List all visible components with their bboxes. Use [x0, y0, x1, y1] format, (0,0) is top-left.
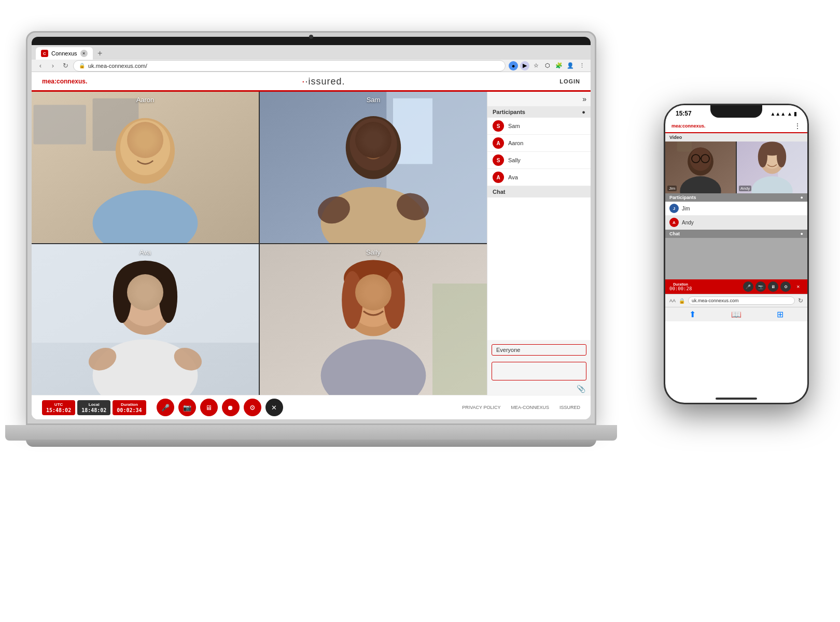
new-tab-button[interactable]: + — [95, 48, 105, 59]
screen-share-icon: 🖥 — [205, 404, 212, 412]
webapp-header: mea:connexus. ··issured. LOGIN — [32, 72, 591, 92]
phone-andy-label: Andy — [739, 186, 751, 191]
footer-issured[interactable]: ISSURED — [559, 405, 580, 410]
end-call-button[interactable]: ✕ — [265, 399, 283, 416]
phone-share-icon[interactable]: ⬆ — [689, 309, 696, 319]
login-button[interactable]: LOGIN — [559, 78, 580, 84]
phone-address-bar[interactable]: uk.mea-connexus.com — [688, 296, 795, 305]
mea-connexus-logo: mea:connexus. — [42, 78, 87, 85]
phone-screen-button[interactable]: 🖥 — [768, 281, 778, 292]
phone-chat-area — [665, 238, 807, 279]
browser-tab-connexus[interactable]: C Connexus × — [36, 47, 93, 60]
video-tile-aaron: Aaron — [32, 92, 259, 243]
svg-point-36 — [384, 271, 405, 329]
settings-button[interactable]: ⚙ — [244, 399, 261, 416]
mic-button[interactable]: 🎤 — [157, 399, 174, 416]
phone-menu-icon[interactable]: ⋮ — [794, 122, 801, 130]
phone-avatar-jim: J — [669, 204, 679, 213]
svg-point-4 — [120, 120, 170, 175]
browser-icons: ● ▶ ☆ ⬡ 🧩 👤 ⋮ — [509, 61, 586, 70]
participants-collapse-icon[interactable]: ● — [582, 109, 585, 115]
chat-attach-button[interactable]: 📎 — [487, 383, 591, 395]
profile-icon: 👤 — [566, 61, 575, 70]
phone-home-bar — [716, 398, 757, 400]
phone-video-tile-andy: Andy — [737, 142, 807, 193]
participant-avatar-sally: S — [493, 154, 504, 166]
refresh-button[interactable]: ↻ — [61, 61, 70, 70]
svg-rect-46 — [677, 142, 692, 151]
forward-button[interactable]: › — [48, 61, 58, 70]
chat-input-field[interactable] — [492, 362, 586, 380]
phone-participants-collapse[interactable]: ● — [801, 195, 803, 200]
address-bar[interactable]: 🔒 uk.mea-connexus.com/ — [73, 60, 506, 72]
phone-logo: mea:connexus. — [671, 123, 706, 129]
local-badge: Local 18:48:02 — [77, 400, 110, 415]
phone-time: 15:57 — [676, 110, 692, 117]
phone-tabs-icon[interactable]: ⊞ — [777, 309, 783, 319]
utc-label: UTC — [46, 402, 71, 407]
browser-chrome: C Connexus × + ‹ › ↻ 🔒 — [32, 45, 591, 72]
phone-bookmarks-icon[interactable]: 📖 — [731, 309, 741, 319]
svg-point-56 — [758, 146, 767, 167]
phone: 15:57 ▲▲▲ ▲ ▮ mea:connexus. ⋮ Video — [664, 104, 809, 404]
chat-to-field[interactable]: Everyone — [492, 344, 586, 356]
screen-share-button[interactable]: 🖥 — [200, 399, 218, 416]
laptop-screen: C Connexus × + ‹ › ↻ 🔒 — [32, 45, 591, 419]
webapp-main: Aaron — [32, 92, 591, 395]
local-value: 18:48:02 — [81, 407, 106, 413]
tab-close-button[interactable]: × — [80, 50, 88, 57]
phone-mic-button[interactable]: 🎤 — [743, 281, 753, 292]
phone-safari-nav: ⬆ 📖 ⊞ — [665, 307, 807, 321]
svg-rect-1 — [34, 105, 86, 144]
phone-chat-collapse[interactable]: ● — [801, 231, 803, 236]
back-button[interactable]: ‹ — [36, 61, 45, 70]
utc-value: 15:48:02 — [46, 407, 71, 413]
sidebar-chat-header: Chat — [487, 186, 591, 197]
svg-point-24 — [159, 270, 177, 322]
phone-body: 15:57 ▲▲▲ ▲ ▮ mea:connexus. ⋮ Video — [664, 104, 809, 404]
participant-name-aaron: Aaron — [508, 140, 523, 146]
sidebar: » Participants ● S Sam — [487, 92, 591, 395]
laptop-body: C Connexus × + ‹ › ↻ 🔒 — [26, 31, 596, 425]
phone-video-grid: Jim — [665, 142, 807, 193]
participant-item-sam: S Sam — [487, 118, 591, 135]
url-text: uk.mea-connexus.com/ — [88, 63, 147, 69]
phone-settings-button[interactable]: ⚙ — [780, 281, 791, 292]
phone-url: uk.mea-connexus.com — [692, 298, 739, 303]
footer-mea[interactable]: MEA-CONNEXUS — [511, 405, 549, 410]
phone-status-icons: ▲▲▲ ▲ ▮ — [770, 111, 797, 117]
more-icon[interactable]: ⋮ — [577, 61, 586, 70]
bottom-bar: UTC 15:48:02 Local 18:48:02 Duration 00:… — [32, 395, 591, 419]
phone-end-button[interactable]: ✕ — [793, 281, 803, 292]
phone-name-jim: Jim — [682, 206, 690, 211]
svg-point-15 — [379, 140, 385, 147]
video-tile-sally: Sally — [260, 244, 487, 395]
utc-badge: UTC 15:48:02 — [42, 400, 75, 415]
footer-privacy[interactable]: PRIVACY POLICY — [462, 405, 500, 410]
laptop-screen-bezel: C Connexus × + ‹ › ↻ 🔒 — [32, 37, 591, 419]
phone-screen: 15:57 ▲▲▲ ▲ ▮ mea:connexus. ⋮ Video — [665, 105, 807, 403]
camera-icon: 📷 — [183, 404, 191, 412]
phone-video-tile-jim: Jim — [665, 142, 736, 193]
control-buttons: 🎤 📷 🖥 ⏺ — [157, 399, 283, 416]
camera-button[interactable]: 📷 — [178, 399, 196, 416]
time-badges: UTC 15:48:02 Local 18:48:02 Duration 00:… — [42, 400, 146, 415]
tab-favicon: C — [41, 50, 48, 57]
phone-reload-icon[interactable]: ↻ — [798, 297, 803, 304]
phone-camera-button[interactable]: 📷 — [755, 281, 766, 292]
svg-point-23 — [113, 270, 131, 322]
sidebar-collapse-button[interactable]: » — [487, 92, 591, 106]
participant-item-aaron: A Aaron — [487, 135, 591, 152]
participant-item-ava: A Ava — [487, 169, 591, 186]
participant-avatar-aaron: A — [493, 137, 504, 149]
record-icon: ⏺ — [227, 404, 234, 412]
video-label-aaron: Aaron — [32, 96, 259, 104]
sidebar-participants-header: Participants ● — [487, 106, 591, 118]
svg-point-6 — [132, 142, 139, 149]
chat-area — [487, 197, 591, 340]
phone-text-size[interactable]: AA — [669, 298, 676, 303]
puzzle-icon: 🧩 — [554, 61, 564, 70]
phone-browser-bar: AA 🔒 uk.mea-connexus.com ↻ — [665, 294, 807, 307]
record-button[interactable]: ⏺ — [222, 399, 240, 416]
laptop-foot — [26, 440, 596, 447]
